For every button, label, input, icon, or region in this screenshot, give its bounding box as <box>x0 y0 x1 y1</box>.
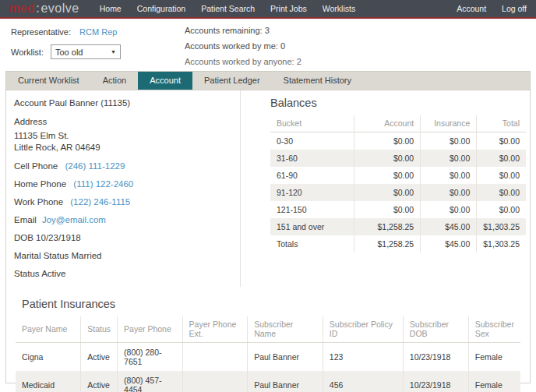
cell-phone-link[interactable]: (246) 111-1229 <box>65 161 125 171</box>
bucket-cell: 151 and over <box>270 218 354 235</box>
representative-link[interactable]: RCM Rep <box>79 27 117 37</box>
insurances-header-payer-phone: Payer Phone <box>118 316 183 343</box>
total-cell: $1,303.25 <box>477 218 526 235</box>
insurance-cell: $0.00 <box>421 150 477 167</box>
tab-current-worklist[interactable]: Current Worklist <box>6 72 91 90</box>
subscriber-dob-cell: 10/23/1918 <box>403 371 468 392</box>
insurance-cell: $0.00 <box>421 184 477 201</box>
total-cell: $0.00 <box>477 184 526 201</box>
work-phone-row: Work Phone (122) 246-1115 <box>14 197 240 207</box>
address-line2: Little Rock, AR 04649 <box>14 143 240 152</box>
total-cell: $0.00 <box>477 167 526 184</box>
account-details-panel: Account Paul Banner (11135) Address 1113… <box>6 90 241 287</box>
patient-insurances-section: Patient Insurances Payer Name Status Pay… <box>6 298 530 392</box>
accounts-worked-by-anyone: Accounts worked by anyone: 2 <box>185 57 302 66</box>
accounts-remaining: Accounts remaining: 3 <box>185 26 302 35</box>
payer-name-cell: Medicaid <box>16 371 81 392</box>
email-row: Email Joy@email.com <box>14 215 240 224</box>
tab-action[interactable]: Action <box>91 72 139 90</box>
account-cell: $0.00 <box>354 201 421 218</box>
nav-item-print-jobs[interactable]: Print Jobs <box>263 4 315 13</box>
insurance-cell: $0.00 <box>421 201 477 218</box>
nav-item-worklists[interactable]: Worklists <box>315 4 363 13</box>
account-tab-content: Account Paul Banner (11135) Address 1113… <box>5 90 531 383</box>
balances-table: Bucket Account Insurance Total 0-30 $0.0… <box>270 115 526 253</box>
bucket-cell: 91-120 <box>270 184 354 201</box>
work-phone-link[interactable]: (122) 246-1115 <box>70 197 130 207</box>
email-link[interactable]: Joy@email.com <box>42 215 106 224</box>
insurances-header-payer-phone-ext: Payer Phone Ext. <box>182 316 248 343</box>
subscriber-policy-id-cell: 456 <box>323 371 403 392</box>
balances-header-bucket: Bucket <box>270 115 354 132</box>
payer-name-cell: Cigna <box>16 343 81 372</box>
balances-header-row: Bucket Account Insurance Total <box>270 115 526 132</box>
bucket-cell: 0-30 <box>270 132 354 150</box>
address-line1: 11135 Elm St. <box>14 131 240 140</box>
bucket-cell: 121-150 <box>270 201 354 218</box>
table-row: 151 and over $1,258.25 $45.00 $1,303.25 <box>270 218 526 235</box>
status-cell: Active <box>81 343 118 372</box>
insurances-header-subscriber-policy-id: Subscriber Policy ID <box>323 316 403 343</box>
insurances-header-row: Payer Name Status Payer Phone Payer Phon… <box>16 316 520 343</box>
table-row: 0-30 $0.00 $0.00 $0.00 <box>270 132 526 150</box>
worklist-row: Worklist: Too old ▼ <box>11 44 121 59</box>
worklist-select[interactable]: Too old <box>51 45 120 58</box>
home-phone-link[interactable]: (111) 122-2460 <box>73 179 133 189</box>
subscriber-sex-cell: Female <box>468 371 520 392</box>
balances-header-total: Total <box>477 115 526 132</box>
payer-phone-ext-cell <box>182 343 248 372</box>
insurances-header-subscriber-name: Subscriber Name <box>248 316 323 343</box>
total-cell: $0.00 <box>477 150 526 167</box>
nav-item-configuration[interactable]: Configuration <box>129 4 193 13</box>
account-cell: $1,258.25 <box>354 218 421 235</box>
tab-patient-ledger[interactable]: Patient Ledger <box>192 72 272 90</box>
worklist-select-wrap: Too old ▼ <box>51 44 121 59</box>
account-cell: $0.00 <box>354 184 421 201</box>
accounts-stats: Accounts remaining: 3 Accounts worked by… <box>185 26 302 72</box>
tab-strip: Current Worklist Action Account Patient … <box>5 71 531 90</box>
total-cell: $0.00 <box>477 132 526 150</box>
insurances-header-status: Status <box>81 316 118 343</box>
nav-item-account[interactable]: Account <box>441 4 486 13</box>
nav-item-home[interactable]: Home <box>92 4 129 13</box>
worklist-label: Worklist: <box>11 48 44 57</box>
representative-row: Representative: RCM Rep <box>11 27 117 37</box>
address-label: Address <box>14 117 240 126</box>
subscriber-sex-cell: Female <box>468 343 520 372</box>
payer-phone-ext-cell <box>182 371 248 392</box>
insurance-cell: $0.00 <box>421 167 477 184</box>
nav-right-menu: Account Log off <box>441 4 527 13</box>
status-cell: Active <box>81 371 118 392</box>
insurance-cell: $45.00 <box>421 218 477 235</box>
table-row: 31-60 $0.00 $0.00 $0.00 <box>270 150 526 167</box>
tab-statement-history[interactable]: Statement History <box>272 72 363 90</box>
table-row: Cigna Active (800) 280-7651 Paul Banner … <box>16 343 520 372</box>
account-cell: $0.00 <box>354 132 421 150</box>
medevolve-logo[interactable]: med : evolve <box>9 2 79 16</box>
representative-label: Representative: <box>11 27 71 37</box>
account-cell: $0.00 <box>354 150 421 167</box>
table-row: 91-120 $0.00 $0.00 $0.00 <box>270 184 526 201</box>
nav-item-patient-search[interactable]: Patient Search <box>193 4 263 13</box>
patient-insurances-title: Patient Insurances <box>22 298 520 310</box>
balances-panel: Balances Bucket Account Insurance Total … <box>241 90 530 287</box>
insurance-cell: $0.00 <box>421 132 477 150</box>
nav-item-log-off[interactable]: Log off <box>486 4 527 13</box>
balances-title: Balances <box>270 97 526 109</box>
tab-account[interactable]: Account <box>138 72 192 90</box>
home-phone-row: Home Phone (111) 122-2460 <box>14 179 240 189</box>
bucket-cell: 61-90 <box>270 167 354 184</box>
cell-phone-label: Cell Phone <box>14 161 58 171</box>
payer-phone-cell: (800) 280-7651 <box>118 343 183 372</box>
dob-row: DOB 10/23/1918 <box>14 233 240 242</box>
subscriber-policy-id-cell: 123 <box>323 343 403 372</box>
account-main-row: Account Paul Banner (11135) Address 1113… <box>6 90 530 287</box>
table-row: Medicaid Active (800) 457-4454 Paul Bann… <box>16 371 520 392</box>
subscriber-name-cell: Paul Banner <box>248 343 323 372</box>
marital-status-row: Marital Status Married <box>14 251 240 260</box>
logo-med: med <box>9 2 35 16</box>
nav-menu: Home Configuration Patient Search Print … <box>92 4 363 13</box>
worklist-info-section: Representative: RCM Rep Worklist: Too ol… <box>0 19 536 71</box>
logo-evolve: evolve <box>41 2 79 16</box>
cell-phone-row: Cell Phone (246) 111-1229 <box>14 161 240 171</box>
